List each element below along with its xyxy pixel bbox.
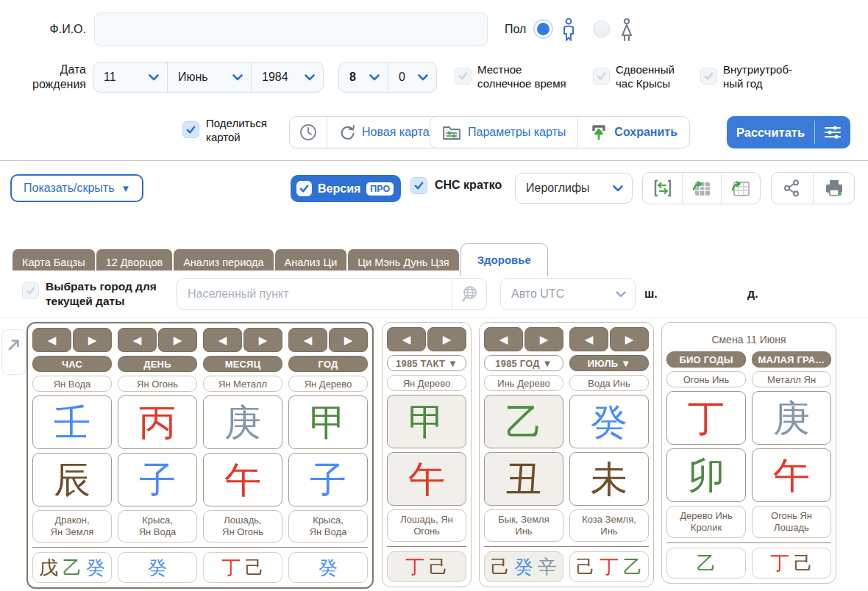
hidden-stems[interactable]: 己丁乙	[569, 551, 649, 582]
latitude-label: ш.	[644, 278, 658, 310]
heavenly-stem-card[interactable]: 庚	[203, 395, 282, 449]
hour-select[interactable]: 8	[339, 62, 388, 92]
calculate-settings-toggle[interactable]	[815, 116, 850, 148]
fio-label: Ф.И.О.	[0, 12, 86, 46]
share-button[interactable]	[772, 173, 813, 204]
next-arrow-button[interactable]: ▶	[73, 328, 112, 352]
heavenly-stem-card[interactable]: 壬	[32, 395, 112, 449]
prev-arrow-button[interactable]: ◀	[32, 328, 71, 352]
time-option-checkbox[interactable]	[700, 68, 717, 85]
hidden-stems[interactable]: 癸	[288, 552, 368, 583]
swap-columns-button[interactable]	[643, 173, 682, 204]
gender-female-radio[interactable]	[593, 21, 610, 37]
prev-arrow-button[interactable]: ◀	[484, 327, 523, 351]
city-for-date-checkbox[interactable]	[22, 282, 39, 299]
show-hide-button[interactable]: Показать/скрыть▼	[10, 174, 143, 202]
next-arrow-button[interactable]: ▶	[158, 328, 197, 352]
place-search-button[interactable]	[452, 279, 486, 309]
prev-arrow-button[interactable]: ◀	[569, 327, 608, 351]
heavenly-stem-card[interactable]: 癸	[569, 395, 649, 448]
grid-arrow-icon	[731, 179, 750, 197]
share-chart-checkbox[interactable]	[182, 121, 199, 138]
pillar-header[interactable]: БИО ГОДЫ	[666, 351, 746, 368]
heavenly-stem-card[interactable]: 乙	[484, 395, 563, 448]
pillar-header[interactable]: 1985 ГОД ▼	[484, 355, 563, 371]
earthly-branch-card[interactable]: 未	[569, 452, 649, 506]
utc-select[interactable]: Авто UTC	[500, 278, 636, 310]
year-select[interactable]: 1984	[251, 62, 323, 92]
time-option-checkbox[interactable]	[455, 68, 472, 85]
pillar-header[interactable]: ЧАС	[32, 356, 112, 372]
next-arrow-button[interactable]: ▶	[329, 328, 368, 352]
hidden-stems-divider	[666, 542, 831, 543]
month-select[interactable]: Июнь	[167, 62, 251, 92]
earthly-branch-card[interactable]: 丑	[484, 452, 563, 506]
next-arrow-button[interactable]: ▶	[610, 327, 649, 351]
earthly-branch-card[interactable]: 辰	[32, 453, 112, 506]
earthly-branch-card[interactable]: 卯	[666, 448, 746, 502]
heavenly-stem-card[interactable]: 甲	[387, 395, 466, 448]
pillar-element-label: Ян Дерево	[387, 375, 466, 391]
hidden-stems[interactable]: 乙	[666, 548, 746, 579]
print-button[interactable]	[813, 173, 854, 204]
hidden-stems[interactable]: 癸	[118, 552, 197, 583]
hidden-stems[interactable]: 戊乙癸	[32, 552, 112, 583]
gender-male-radio[interactable]	[535, 21, 552, 37]
minute-select[interactable]: 0	[388, 62, 436, 92]
next-arrow-button[interactable]: ▶	[243, 328, 282, 352]
female-icon[interactable]	[617, 18, 636, 43]
day-select[interactable]: 11	[93, 62, 167, 92]
group-title: Смена 11 Июня	[666, 327, 831, 351]
heavenly-stem-card[interactable]: 甲	[288, 395, 368, 449]
place-input[interactable]	[177, 279, 452, 309]
export-table-button[interactable]	[682, 173, 721, 204]
prev-arrow-button[interactable]: ◀	[288, 328, 327, 352]
glyphs-select[interactable]: Иероглифы	[515, 173, 633, 204]
time-now-button[interactable]	[290, 117, 327, 148]
printer-icon	[825, 179, 844, 197]
earthly-branch-card[interactable]: 子	[288, 453, 368, 506]
pillar-arrows: ◀ ▶	[484, 327, 563, 351]
male-icon[interactable]	[559, 18, 578, 43]
prev-arrow-button[interactable]: ◀	[387, 327, 426, 351]
time-option-checkbox[interactable]	[593, 68, 610, 85]
prev-arrow-button[interactable]: ◀	[118, 328, 157, 352]
pillar-header[interactable]: ДЕНЬ	[118, 356, 197, 372]
earthly-branch-card[interactable]: 子	[118, 453, 197, 506]
tab-Здоровье[interactable]: Здоровье	[460, 243, 548, 276]
gender-label: Пол	[505, 12, 526, 46]
earthly-branch-card[interactable]: 午	[203, 453, 282, 506]
hidden-stems[interactable]: 丁己	[203, 552, 282, 583]
expand-panel-button[interactable]	[1, 329, 26, 375]
prev-arrow-button[interactable]: ◀	[203, 328, 242, 352]
chevron-down-icon	[616, 291, 626, 298]
heavenly-stem-card[interactable]: 丁	[666, 391, 746, 445]
hidden-stems[interactable]: 丁己	[752, 548, 831, 579]
expand-arrow-icon	[7, 337, 21, 352]
animal-label: Дерево ИньКролик	[666, 506, 746, 538]
save-button[interactable]: Сохранить	[577, 117, 689, 148]
version-pro-toggle[interactable]: Версия ПРО	[291, 175, 401, 202]
new-chart-button[interactable]: Новая карта	[327, 117, 441, 148]
pillar-header[interactable]: МАЛАЯ ГРА…	[752, 351, 831, 368]
pillar-header[interactable]: МЕСЯЦ	[203, 356, 282, 372]
hidden-stems[interactable]: 丁己	[387, 551, 466, 582]
chart-params-button[interactable]: Параметры карты	[430, 117, 577, 148]
hidden-stems[interactable]: 己癸辛	[484, 551, 563, 582]
heavenly-stem-card[interactable]: 庚	[752, 391, 831, 445]
earthly-branch-card[interactable]: 午	[387, 452, 466, 506]
pillar-header[interactable]: ИЮЛЬ ▼	[569, 355, 649, 371]
pillar-header[interactable]: ГОД	[288, 356, 368, 372]
export-grid-button[interactable]	[721, 173, 760, 204]
next-arrow-button[interactable]: ▶	[427, 327, 466, 351]
calculate-button[interactable]: Рассчитать	[727, 116, 850, 148]
pillar-column: БИО ГОДЫ Огонь Инь 丁 卯 Дерево ИньКролик	[666, 351, 746, 538]
next-arrow-button[interactable]: ▶	[524, 327, 563, 351]
sns-checkbox[interactable]	[410, 177, 427, 194]
longitude-label: д.	[747, 278, 758, 310]
earthly-branch-card[interactable]: 午	[752, 448, 831, 502]
fio-input[interactable]	[94, 12, 488, 46]
version-checkbox[interactable]	[296, 181, 312, 196]
pillar-header[interactable]: 1985 ТАКТ ▼	[387, 355, 466, 371]
heavenly-stem-card[interactable]: 丙	[118, 395, 197, 449]
